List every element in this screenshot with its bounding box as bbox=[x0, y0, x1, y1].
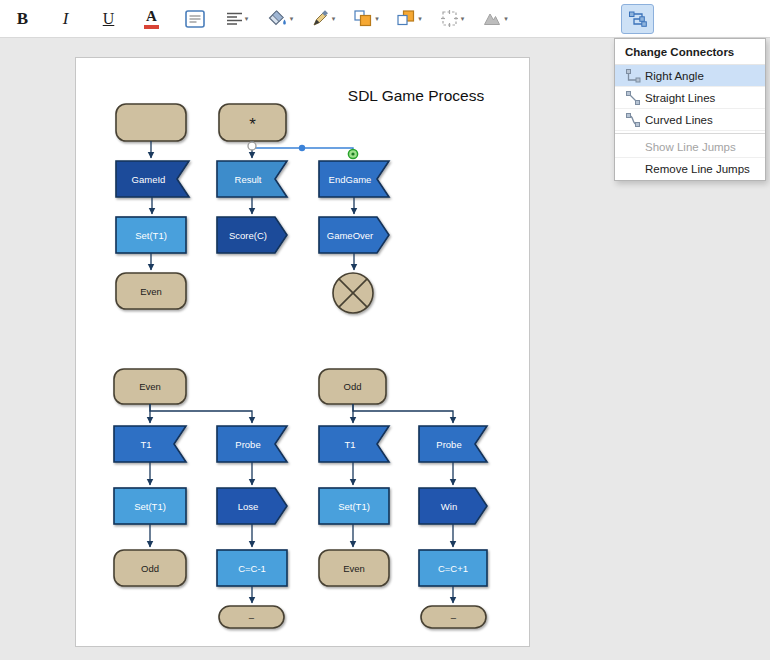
align-text-button[interactable]: ▾ bbox=[221, 4, 254, 34]
italic-label: I bbox=[63, 10, 69, 27]
align-objects-icon bbox=[441, 10, 458, 27]
menu-item-label: Straight Lines bbox=[645, 92, 715, 104]
diagram-title: SDL Game Process bbox=[348, 87, 485, 104]
shape-label: Probe bbox=[436, 439, 461, 450]
shape-label: Set(T1) bbox=[338, 501, 370, 512]
shape-label: Odd bbox=[141, 563, 159, 574]
italic-button[interactable]: I bbox=[49, 4, 82, 34]
shape-start[interactable] bbox=[116, 104, 186, 141]
menu-item-show-line-jumps[interactable]: Show Line Jumps bbox=[615, 136, 765, 158]
menu-separator bbox=[615, 133, 765, 134]
shape-label: Set(T1) bbox=[134, 501, 166, 512]
line-color-button[interactable]: ▾ bbox=[307, 4, 340, 34]
menu-item-label: Remove Line Jumps bbox=[645, 163, 750, 175]
shape-label: GameOver bbox=[327, 230, 373, 241]
align-text-icon bbox=[227, 12, 242, 25]
shape-label: Even bbox=[139, 381, 161, 392]
diagram-page[interactable]: SDL Game Process *GameIdResultEndGameSet… bbox=[75, 57, 530, 647]
menu-item-label: Show Line Jumps bbox=[645, 141, 736, 153]
dropdown-caret: ▾ bbox=[461, 15, 465, 23]
menu-item-label: Right Angle bbox=[645, 70, 704, 82]
connector-end-handle-dot bbox=[351, 152, 354, 155]
shape-label: – bbox=[249, 612, 255, 623]
fill-color-icon bbox=[268, 10, 287, 27]
toolbar: B I U A ▾ bbox=[0, 0, 770, 38]
dropdown-caret: ▾ bbox=[332, 15, 336, 23]
fill-color-button[interactable]: ▾ bbox=[264, 4, 297, 34]
shape-label: Set(T1) bbox=[135, 230, 167, 241]
connector-start-handle[interactable] bbox=[248, 142, 256, 150]
font-color-label: A bbox=[146, 9, 157, 24]
bring-forward-icon bbox=[354, 10, 372, 27]
straight-lines-icon bbox=[621, 91, 645, 105]
shape-label: – bbox=[451, 612, 457, 623]
diagram: SDL Game Process *GameIdResultEndGameSet… bbox=[76, 58, 531, 648]
change-connectors-icon bbox=[627, 9, 648, 29]
underline-label: U bbox=[103, 11, 115, 27]
shape-style-icon bbox=[483, 11, 501, 26]
change-connectors-button[interactable] bbox=[621, 4, 654, 34]
send-backward-icon bbox=[397, 10, 415, 27]
align-objects-button[interactable]: ▾ bbox=[436, 4, 469, 34]
bold-button[interactable]: B bbox=[6, 4, 39, 34]
dropdown-caret: ▾ bbox=[290, 15, 294, 23]
change-connectors-menu: Change Connectors Right Angle Straight L… bbox=[614, 38, 766, 181]
shape-label: T1 bbox=[344, 439, 355, 450]
shape-label: Score(C) bbox=[229, 230, 267, 241]
shape-label: C=C-1 bbox=[238, 563, 266, 574]
line-color-icon bbox=[312, 10, 329, 27]
shape-label: Even bbox=[343, 563, 365, 574]
menu-item-right-angle[interactable]: Right Angle bbox=[615, 65, 765, 87]
shape-label: Probe bbox=[235, 439, 260, 450]
send-backward-button[interactable]: ▾ bbox=[393, 4, 426, 34]
shape-label: GameId bbox=[132, 174, 166, 185]
shape-label: C=C+1 bbox=[438, 563, 468, 574]
curved-lines-icon bbox=[621, 113, 645, 127]
shape-label: Even bbox=[140, 286, 162, 297]
shape-label: EndGame bbox=[329, 174, 372, 185]
connector[interactable] bbox=[150, 404, 252, 423]
font-color-button[interactable]: A bbox=[135, 4, 168, 34]
menu-item-label: Curved Lines bbox=[645, 114, 713, 126]
shape-label: Win bbox=[441, 501, 457, 512]
bring-forward-button[interactable]: ▾ bbox=[350, 4, 383, 34]
dropdown-caret: ▾ bbox=[245, 15, 249, 23]
dropdown-caret: ▾ bbox=[418, 15, 422, 23]
connector[interactable] bbox=[353, 404, 453, 423]
menu-title: Change Connectors bbox=[615, 39, 765, 65]
shape-style-button[interactable]: ▾ bbox=[479, 4, 512, 34]
text-box-button[interactable] bbox=[178, 4, 211, 34]
underline-button[interactable]: U bbox=[92, 4, 125, 34]
shape-label: Odd bbox=[344, 381, 362, 392]
shape-label: * bbox=[249, 115, 256, 134]
connector-waypoint-handle[interactable] bbox=[299, 145, 305, 151]
right-angle-connector-icon bbox=[621, 69, 645, 83]
bold-label: B bbox=[17, 10, 28, 27]
dropdown-caret: ▾ bbox=[375, 15, 379, 23]
shape-label: T1 bbox=[140, 439, 151, 450]
shape-label: Result bbox=[235, 174, 262, 185]
shape-label: Lose bbox=[238, 501, 259, 512]
font-color-swatch bbox=[144, 25, 159, 29]
menu-item-straight-lines[interactable]: Straight Lines bbox=[615, 87, 765, 109]
dropdown-caret: ▾ bbox=[504, 15, 508, 23]
menu-item-remove-line-jumps[interactable]: Remove Line Jumps bbox=[615, 158, 765, 180]
text-box-icon bbox=[185, 10, 205, 28]
menu-item-curved-lines[interactable]: Curved Lines bbox=[615, 109, 765, 131]
